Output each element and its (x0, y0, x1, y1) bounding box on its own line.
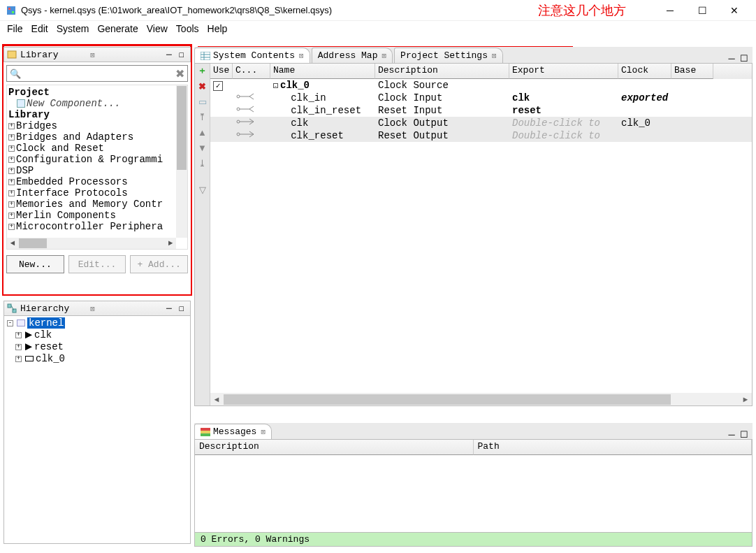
svg-rect-3 (8, 51, 16, 58)
row-description: Clock Output (375, 117, 509, 129)
tab-close-icon[interactable]: ⊠ (299, 51, 304, 60)
col-use[interactable]: Use (210, 64, 233, 79)
row-export[interactable]: Double-click to (512, 117, 600, 129)
close-button[interactable]: ✕ (718, 0, 750, 21)
library-category[interactable]: +Interface Protocols (8, 187, 175, 199)
library-minimize-button[interactable]: ─ (163, 50, 175, 59)
row-name: clk_reset (291, 130, 344, 141)
expand-icon[interactable]: + (8, 224, 15, 230)
tab-close-icon[interactable]: ⊠ (492, 51, 497, 60)
library-category[interactable]: +Embedded Processors (8, 176, 175, 187)
table-row[interactable]: clk_resetReset OutputDouble-click to (210, 129, 752, 142)
move-down-icon[interactable]: ▼ (197, 142, 208, 153)
expand-icon[interactable]: + (8, 213, 15, 219)
library-category[interactable]: +Bridges (8, 120, 175, 131)
messages-maximize-button[interactable]: ☐ (739, 429, 750, 439)
col-base[interactable]: Base (671, 64, 713, 79)
library-category[interactable]: +Bridges and Adapters (8, 131, 175, 143)
table-row[interactable]: clk_in_resetReset Inputreset (210, 104, 752, 117)
library-search: 🔍 ✖ (6, 65, 188, 82)
col-export[interactable]: Export (509, 64, 618, 79)
menu-view[interactable]: View (143, 23, 172, 34)
hierarchy-tab-close-icon[interactable]: ⊠ (90, 304, 95, 313)
messages-col-description[interactable]: Description (195, 440, 474, 455)
maximize-button[interactable]: ☐ (686, 0, 718, 21)
library-category[interactable]: +Merlin Components (8, 210, 175, 221)
horizontal-scrollbar[interactable]: ◄► (210, 393, 752, 405)
row-export[interactable]: Double-click to (512, 130, 600, 141)
library-maximize-button[interactable]: ☐ (176, 50, 187, 59)
tab-project-settings[interactable]: Project Settings⊠ (394, 48, 502, 63)
messages-col-path[interactable]: Path (474, 440, 753, 455)
project-node[interactable]: Project (8, 87, 175, 98)
tab-label: Project Settings (400, 50, 488, 61)
expand-icon[interactable]: + (8, 201, 15, 208)
new-button[interactable]: New... (6, 255, 64, 273)
menu-generate[interactable]: Generate (93, 23, 142, 34)
col-connections[interactable]: C... (233, 64, 270, 79)
table-row[interactable]: clk_inClock Inputclkexported (210, 92, 752, 104)
main-minimize-button[interactable]: ─ (726, 53, 737, 63)
messages-footer: 0 Errors, 0 Warnings (194, 533, 753, 547)
tab-close-icon[interactable]: ⊠ (381, 51, 386, 60)
col-name[interactable]: Name (270, 64, 375, 79)
library-scrollbar-vertical[interactable] (176, 85, 187, 238)
library-scrollbar-horizontal[interactable]: ◄► (7, 238, 176, 249)
table-row[interactable]: ✓-clk_0Clock Source (210, 79, 752, 92)
tab-address-map[interactable]: Address Map⊠ (312, 48, 393, 63)
expand-icon[interactable]: + (8, 168, 15, 174)
chat-icon[interactable]: ▭ (197, 96, 208, 107)
search-clear-icon[interactable]: ✖ (175, 67, 184, 80)
move-up-icon[interactable]: ▲ (197, 127, 208, 138)
library-node[interactable]: Library (8, 109, 175, 120)
library-category[interactable]: +Configuration & Programmi (8, 154, 175, 165)
collapse-icon[interactable]: - (273, 83, 278, 88)
library-category[interactable]: +Microcontroller Periphera (8, 221, 175, 232)
expand-icon[interactable]: + (8, 179, 15, 185)
tab-messages[interactable]: Messages⊠ (194, 424, 272, 439)
hierarchy-minimize-button[interactable]: ─ (163, 303, 175, 313)
menu-edit[interactable]: Edit (27, 23, 52, 34)
hierarchy-root[interactable]: -kernel (7, 317, 187, 329)
tab-close-icon[interactable]: ⊠ (261, 427, 266, 436)
titlebar: Qsys - kernel.qsys (E:\01work_area\IOT_h… (0, 0, 756, 21)
expand-icon[interactable]: + (8, 134, 15, 141)
expand-icon[interactable]: + (8, 157, 15, 163)
hierarchy-item[interactable]: +clk (7, 329, 187, 341)
app-icon (6, 5, 17, 16)
expand-icon[interactable]: + (8, 190, 15, 196)
row-export[interactable]: clk (512, 92, 530, 103)
svg-line-18 (249, 109, 254, 112)
library-category[interactable]: +DSP (8, 165, 175, 176)
menu-help[interactable]: Help (203, 23, 232, 34)
move-bottom-icon[interactable]: ⤓ (197, 157, 208, 168)
hierarchy-item[interactable]: +reset (7, 341, 187, 353)
expand-icon[interactable]: + (8, 123, 15, 129)
library-category[interactable]: +Clock and Reset (8, 143, 175, 154)
menu-tools[interactable]: Tools (172, 23, 203, 34)
minimize-button[interactable]: ─ (654, 0, 686, 21)
add-icon[interactable]: ＋ (197, 65, 208, 76)
use-checkbox[interactable]: ✓ (213, 81, 223, 91)
library-search-input[interactable] (24, 69, 175, 79)
menu-system[interactable]: System (52, 23, 94, 34)
col-description[interactable]: Description (375, 64, 509, 79)
filter-icon[interactable]: ▽ (197, 184, 208, 195)
col-clock[interactable]: Clock (618, 64, 671, 79)
library-category[interactable]: +Memories and Memory Contr (8, 199, 175, 210)
chip-icon (25, 356, 34, 361)
expand-icon[interactable]: + (8, 145, 15, 152)
main-maximize-button[interactable]: ☐ (739, 53, 750, 63)
hierarchy-item[interactable]: +clk_0 (7, 353, 187, 365)
messages-minimize-button[interactable]: ─ (726, 429, 737, 439)
library-tab-close-icon[interactable]: ⊠ (90, 50, 95, 59)
remove-icon[interactable]: ✖ (197, 80, 208, 92)
move-top-icon[interactable]: ⤒ (197, 111, 208, 122)
new-component-node[interactable]: New Component... (8, 98, 175, 109)
row-export[interactable]: reset (512, 105, 541, 116)
hierarchy-maximize-button[interactable]: ☐ (176, 303, 187, 313)
table-row[interactable]: clkClock OutputDouble-click toclk_0 (210, 117, 752, 129)
menu-file[interactable]: File (3, 23, 27, 34)
hierarchy-header: Hierarchy ⊠ ─ ☐ (3, 301, 191, 316)
tab-system-contents[interactable]: System Contents⊠ (194, 48, 310, 63)
